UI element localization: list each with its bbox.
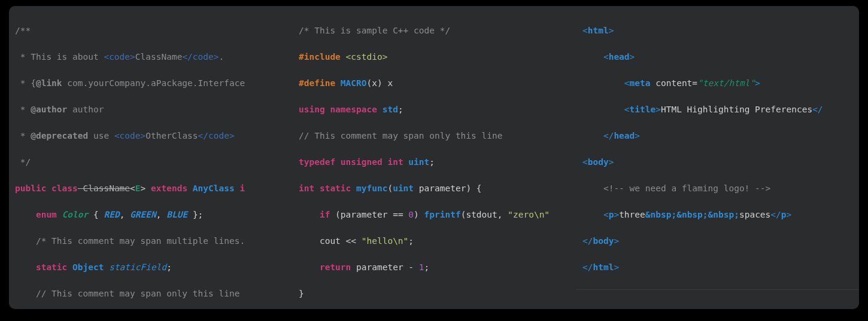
cpp-int2: int (299, 184, 314, 193)
cpp-cout: cout (299, 236, 341, 246)
html-html-close: html (593, 262, 614, 272)
cpp-define: #define (299, 78, 335, 88)
cpp-rp2: ) (414, 210, 424, 219)
java-block-comment: /* This comment may span multiple lines. (15, 236, 245, 246)
html-gt6: > (609, 157, 614, 167)
java-doc-l4a: * (15, 105, 31, 114)
html-gt2: > (630, 52, 635, 62)
java-doc-author: author (67, 105, 104, 114)
cpp-typedef: typedef (299, 157, 335, 167)
cpp-semi4: ; (424, 262, 430, 272)
cpp-namespace: namespace (325, 105, 377, 114)
java-line-comment: // This comment may span only this line (15, 289, 239, 298)
java-doc-close: */ (15, 157, 31, 167)
java-green: GREEN (130, 210, 156, 219)
html-nbsp2: &nbsp; (676, 210, 708, 219)
html-comment: <!-- we need a flaming logo! --> (582, 184, 770, 193)
cpp-semi3: ; (408, 236, 414, 246)
java-doc-code-open2: <code> (114, 131, 145, 140)
html-lt6: < (582, 157, 588, 167)
java-doc-code-close: </code> (182, 52, 218, 62)
java-class-kw: class (46, 184, 77, 193)
java-staticfield: staticField (104, 262, 166, 272)
css-url-str: "../sample2.css" (645, 308, 729, 309)
html-content-attr: content (651, 78, 693, 88)
cpp-unsigned: unsigned (335, 157, 383, 167)
html-lt9: </ (582, 236, 593, 246)
java-object: Object (67, 262, 104, 272)
html-gt8: > (614, 210, 619, 219)
html-spaces: spaces (739, 210, 770, 219)
java-lt: < (130, 184, 135, 193)
java-semi1: ; (166, 262, 172, 272)
cpp-include: #include (299, 52, 341, 62)
cpp-semi1: ; (398, 105, 403, 114)
html-lt4b: </ (812, 105, 823, 114)
cpp-lp1: ( (387, 184, 393, 193)
html-lt8: < (582, 210, 609, 219)
java-public: public (15, 184, 46, 193)
java-doc-period: . (218, 52, 224, 62)
css-import: @import (582, 308, 619, 309)
java-doc-classname: ClassName (135, 52, 183, 62)
java-enum-kw: enum (15, 210, 57, 219)
cpp-comma1: , (497, 210, 508, 219)
cpp-int-kw: int (383, 157, 403, 167)
html-lt1: < (582, 26, 588, 35)
cpp-comment1: /* This is sample C++ code */ (299, 26, 450, 35)
panel-separator (576, 289, 859, 290)
html-gt3: > (755, 78, 760, 88)
cpp-linecomment: // This comment may span only this line (299, 131, 502, 140)
java-doc-deprecated-tag: @deprecated (31, 131, 88, 140)
java-doc-author-tag: @author (31, 105, 67, 114)
java-doc-l2a: * This is about (15, 52, 104, 62)
css-rp1: ) (729, 308, 734, 309)
cpp-return: return (299, 262, 351, 272)
java-blue: BLUE (166, 210, 187, 219)
cpp-uint: uint (403, 157, 430, 167)
html-gt10: > (614, 262, 619, 272)
cpp-static: static (314, 184, 351, 193)
cpp-semi2: ; (429, 157, 435, 167)
cpp-lp2: ( (330, 210, 340, 219)
cpp-one: 1 (419, 262, 424, 272)
html-body-open: body (588, 157, 609, 167)
cpp-using: using (299, 105, 325, 114)
java-doc-l5a: * (15, 131, 31, 140)
java-doc-link-text: com.yourCompany.aPackage.Interface (62, 78, 245, 88)
java-comma1: , (120, 210, 130, 219)
cpp-cstdio: <cstdio> (341, 52, 388, 62)
java-type-param: E (135, 184, 141, 193)
cpp-parameter: parameter (414, 184, 466, 193)
java-red: RED (104, 210, 119, 219)
html-gt4: > (655, 105, 661, 114)
html-content-val: "text/html" (697, 78, 755, 88)
html-title-open: title (630, 105, 656, 114)
java-code-panel: /** * This is about <code>ClassName</cod… (9, 6, 293, 309)
java-doc-otherclass: OtherClass (145, 131, 198, 140)
java-anyclass: AnyClass (187, 184, 235, 193)
java-extends: extends (145, 184, 187, 193)
html-gt8b: > (787, 210, 792, 219)
html-gt1: > (609, 26, 614, 35)
html-eq1: = (692, 78, 697, 88)
java-doc-open: /** (15, 26, 31, 35)
cpp-zerostr: "zero\n" (508, 210, 550, 219)
html-gt5: > (635, 131, 640, 140)
java-brace1: { (88, 210, 104, 219)
html-lt3: < (582, 78, 630, 88)
html-nbsp3: &nbsp; (708, 210, 739, 219)
html-lt4: < (582, 105, 630, 114)
cpp-macro: MACRO (335, 78, 366, 88)
cpp-ltlt: << (341, 236, 362, 246)
html-lt10: </ (582, 262, 593, 272)
cpp-stdout: stdout (466, 210, 497, 219)
cpp-param3: parameter (351, 262, 403, 272)
html-nbsp1: &nbsp; (645, 210, 676, 219)
java-doc-link-tag: @link (36, 78, 62, 88)
html-gt9: > (614, 236, 619, 246)
java-brace2: }; (187, 210, 203, 219)
cpp-fprintf: fprintf (424, 210, 461, 219)
code-preview-frame: /** * This is about <code>ClassName</cod… (9, 6, 859, 309)
cpp-std: std (377, 105, 398, 114)
